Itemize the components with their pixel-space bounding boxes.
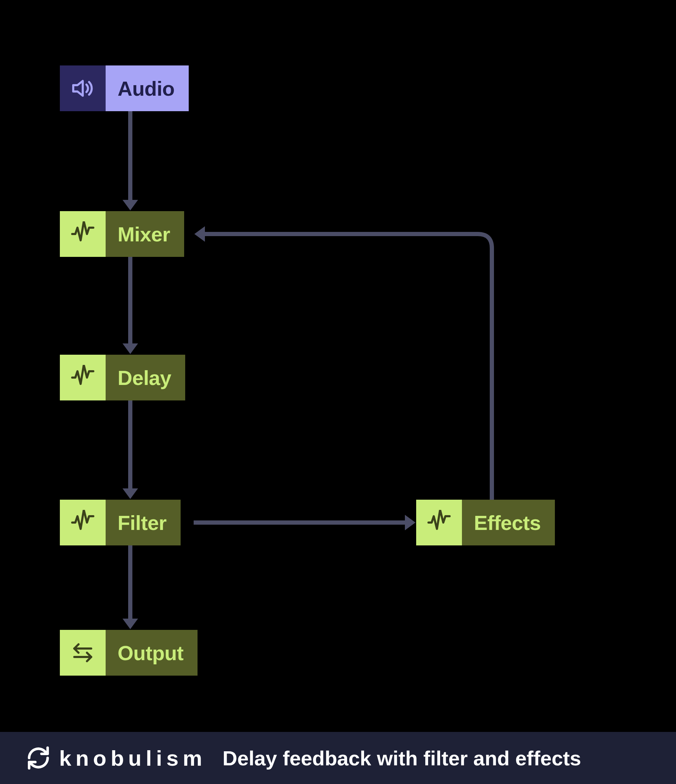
- node-mixer-label: Mixer: [106, 211, 184, 257]
- svg-marker-4: [405, 515, 416, 530]
- node-mixer: Mixer: [60, 211, 194, 257]
- node-audio: Audio: [60, 65, 194, 111]
- waveform-icon: [60, 355, 106, 400]
- node-audio-label: Audio: [106, 65, 189, 111]
- waveform-icon: [60, 211, 106, 257]
- brand-logo: knobulism: [26, 746, 206, 771]
- refresh-icon: [26, 746, 51, 770]
- node-delay: Delay: [60, 355, 194, 400]
- svg-marker-5: [194, 226, 205, 242]
- footer-bar: knobulism Delay feedback with filter and…: [0, 732, 676, 784]
- footer-caption: Delay feedback with filter and effects: [223, 746, 581, 770]
- exchange-icon: [60, 630, 106, 676]
- node-effects-label: Effects: [462, 500, 555, 545]
- diagram-canvas: Audio Mixer Delay Filter: [0, 0, 676, 784]
- svg-marker-0: [123, 200, 138, 210]
- node-filter: Filter: [60, 500, 194, 545]
- speaker-icon: [60, 65, 106, 111]
- node-output: Output: [60, 630, 208, 676]
- brand-name: knobulism: [59, 746, 206, 771]
- waveform-icon: [60, 500, 106, 545]
- node-effects: Effects: [416, 500, 567, 545]
- svg-marker-6: [73, 81, 83, 96]
- node-filter-label: Filter: [106, 500, 181, 545]
- node-delay-label: Delay: [106, 355, 185, 400]
- node-output-label: Output: [106, 630, 198, 676]
- svg-marker-2: [123, 488, 138, 499]
- svg-marker-3: [123, 619, 138, 629]
- waveform-icon: [416, 500, 462, 545]
- svg-marker-1: [123, 344, 138, 354]
